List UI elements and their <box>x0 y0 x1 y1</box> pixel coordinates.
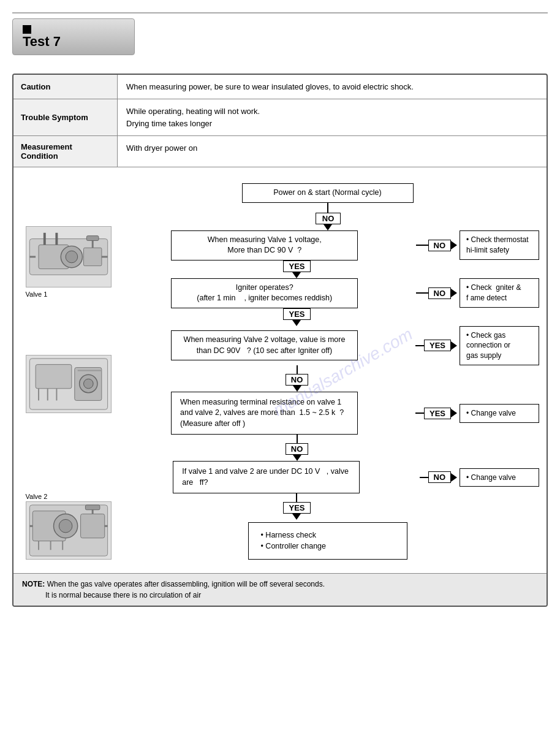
yes1-arrow: YES <box>283 260 310 278</box>
note-text: When the gas valve operates after disass… <box>47 580 325 588</box>
yes4-badge: YES <box>424 408 451 419</box>
flowchart-right: Power on & start (Normal cycle) NO <box>116 177 539 566</box>
step6-row: If valve 1 and valve 2 are under DC 10 V… <box>116 461 539 493</box>
svg-rect-24 <box>80 514 104 538</box>
no4-arrow: NO <box>286 365 309 392</box>
valve1-label: Valve 1 <box>26 291 112 298</box>
valve1-image: Valve 1 <box>26 226 112 287</box>
page-title: Test 7 <box>23 34 124 50</box>
trouble-label: Trouble Symptom <box>13 99 118 135</box>
page-container: Test 7 Caution When measuring power, be … <box>12 12 548 607</box>
step3-box: Igniter operates?(after 1 min , igniter … <box>171 278 358 308</box>
trouble-content: While operating, heating will not work. … <box>118 99 547 135</box>
main-content-box: Caution When measuring power, be sure to… <box>12 74 548 607</box>
yes2-arrow: YES <box>283 308 310 326</box>
final-box-wrapper: • Harness check • Controller change <box>248 522 407 560</box>
yes5-arrow: YES <box>283 493 310 520</box>
igniter-image <box>26 355 112 413</box>
note-area: NOTE: When the gas valve operates after … <box>13 573 547 606</box>
result3-box: • Check gasconnection orgas supply <box>460 326 539 365</box>
step4-box: When measuring Valve 2 voltage, value is… <box>171 330 358 360</box>
measurement-row: Measurement Condition With dryer power o… <box>13 136 547 167</box>
step5-box: When measuring terminal resistance on va… <box>171 392 358 435</box>
no4-badge: NO <box>286 374 309 386</box>
note-text2: It is normal because there is no circula… <box>45 591 201 599</box>
yes3-badge: YES <box>424 340 451 351</box>
step2-box: When measuring Valve 1 voltage,More than… <box>171 230 358 260</box>
yes1-badge: YES <box>283 260 310 272</box>
result5-box: • Change valve <box>460 468 539 487</box>
title-square-icon <box>23 25 31 34</box>
step1-box: Power on & start (Normal cycle) <box>242 183 414 203</box>
svg-rect-6 <box>83 248 101 265</box>
valve1-svg <box>26 226 112 287</box>
measurement-content: With dryer power on <box>118 136 547 167</box>
igniter-svg <box>26 355 112 413</box>
caution-row: Caution When measuring power, be sure to… <box>13 75 547 100</box>
step5-row: When measuring terminal resistance on va… <box>116 392 539 435</box>
no5-badge: NO <box>286 443 309 455</box>
title-bar: Test 7 <box>12 18 135 55</box>
svg-point-23 <box>59 519 72 533</box>
result4-box: • Change valve <box>460 404 539 423</box>
no2-badge: NO <box>428 240 452 251</box>
flowchart-area: manualsarchive.com <box>13 167 547 573</box>
final-box: • Harness check • Controller change <box>248 522 407 560</box>
note-prefix: NOTE: <box>22 580 45 588</box>
step3-row: Igniter operates?(after 1 min , igniter … <box>116 278 539 308</box>
valve2-label: Valve 2 <box>26 493 112 500</box>
step4-row: When measuring Valve 2 voltage, value is… <box>116 326 539 365</box>
no1-badge: NO <box>316 213 341 224</box>
no5-arrow: NO <box>286 435 309 461</box>
images-column: Valve 1 <box>21 177 116 554</box>
svg-rect-12 <box>36 365 72 389</box>
result1-box: • Check thermostathi-limit safety <box>460 230 539 260</box>
result2-box: • Check gniter &f ame detect <box>460 278 539 308</box>
yes5-badge: YES <box>283 502 310 514</box>
no3-badge: NO <box>428 287 452 299</box>
svg-point-18 <box>83 379 93 389</box>
caution-label: Caution <box>13 75 118 99</box>
arrow1: NO <box>314 203 341 230</box>
svg-rect-8 <box>86 236 99 241</box>
svg-rect-26 <box>85 505 99 510</box>
caution-content: When measuring power, be sure to wear in… <box>118 75 547 99</box>
step2-row: When measuring Valve 1 voltage,More than… <box>116 230 539 260</box>
valve2-svg <box>26 501 112 560</box>
trouble-row: Trouble Symptom While operating, heating… <box>13 99 547 136</box>
step6-box: If valve 1 and valve 2 are under DC 10 V… <box>173 461 360 493</box>
measurement-label: Measurement Condition <box>13 136 118 167</box>
svg-point-3 <box>66 251 78 263</box>
yes2-badge: YES <box>283 308 310 320</box>
valve2-image: Valve 2 <box>26 493 112 554</box>
no6-badge: NO <box>428 471 452 483</box>
